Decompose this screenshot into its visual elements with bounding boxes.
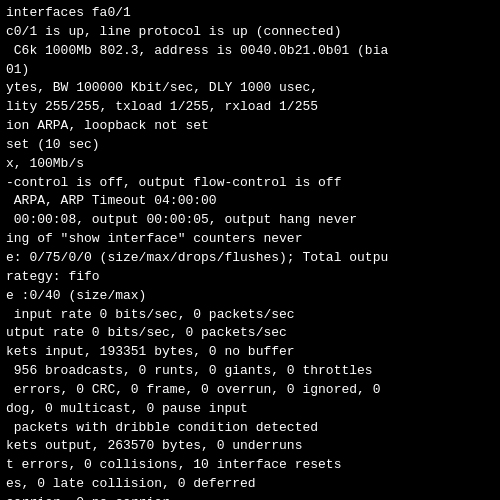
terminal-line: es, 0 late collision, 0 deferred [6,475,494,494]
terminal-line: 01) [6,61,494,80]
terminal-line: input rate 0 bits/sec, 0 packets/sec [6,306,494,325]
terminal-line: set (10 sec) [6,136,494,155]
terminal-line: errors, 0 CRC, 0 frame, 0 overrun, 0 ign… [6,381,494,400]
terminal-line: e: 0/75/0/0 (size/max/drops/flushes); To… [6,249,494,268]
terminal-line: ing of "show interface" counters never [6,230,494,249]
terminal-line: carrier, 0 no carrier [6,494,494,500]
terminal-line: lity 255/255, txload 1/255, rxload 1/255 [6,98,494,117]
terminal-line: x, 100Mb/s [6,155,494,174]
terminal-line: e :0/40 (size/max) [6,287,494,306]
terminal-line: -control is off, output flow-control is … [6,174,494,193]
terminal-line: interfaces fa0/1 [6,4,494,23]
terminal-line: packets with dribble condition detected [6,419,494,438]
terminal-line: ytes, BW 100000 Kbit/sec, DLY 1000 usec, [6,79,494,98]
terminal-line: 00:00:08, output 00:00:05, output hang n… [6,211,494,230]
terminal-line: kets output, 263570 bytes, 0 underruns [6,437,494,456]
terminal-line: ion ARPA, loopback not set [6,117,494,136]
terminal-line: t errors, 0 collisions, 10 interface res… [6,456,494,475]
terminal-line: c0/1 is up, line protocol is up (connect… [6,23,494,42]
terminal-window: interfaces fa0/1c0/1 is up, line protoco… [0,0,500,500]
terminal-line: 956 broadcasts, 0 runts, 0 giants, 0 thr… [6,362,494,381]
terminal-line: ARPA, ARP Timeout 04:00:00 [6,192,494,211]
terminal-line: dog, 0 multicast, 0 pause input [6,400,494,419]
terminal-line: C6k 1000Mb 802.3, address is 0040.0b21.0… [6,42,494,61]
terminal-line: kets input, 193351 bytes, 0 no buffer [6,343,494,362]
terminal-line: rategy: fifo [6,268,494,287]
terminal-line: utput rate 0 bits/sec, 0 packets/sec [6,324,494,343]
